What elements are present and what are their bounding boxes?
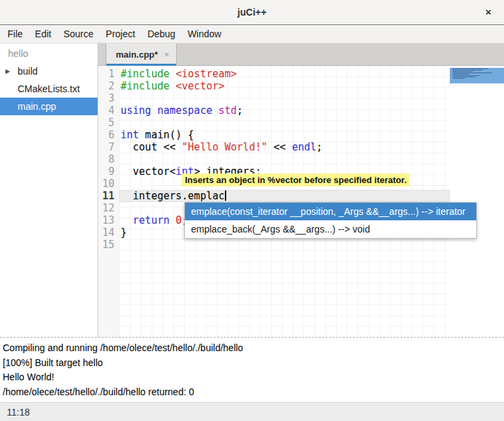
tree-item-label: CMakeLists.txt <box>0 83 80 94</box>
completion-item[interactable]: emplace_back(_Args &&__args...) --> void <box>185 220 476 238</box>
code-line-text[interactable]: #include <vector> <box>119 80 450 92</box>
completion-popup: emplace(const_iterator __position, _Args… <box>184 202 477 239</box>
code-line-text[interactable]: #include <iostream> <box>119 68 450 80</box>
line-number: 5 <box>98 117 119 129</box>
completion-item[interactable]: emplace(const_iterator __position, _Args… <box>185 203 476 220</box>
text-cursor <box>225 191 226 201</box>
doc-tooltip: Inserts an object in %vector before spec… <box>182 174 410 186</box>
output-line: Hello World! <box>3 370 504 385</box>
build-output-panel: Compiling and running /home/olece/test/h… <box>0 337 504 402</box>
menu-item-window[interactable]: Window <box>182 25 228 43</box>
menu-item-file[interactable]: File <box>1 25 29 43</box>
code-line[interactable]: 4using namespace std; <box>98 104 450 117</box>
menu-item-project[interactable]: Project <box>100 25 142 43</box>
minimap-code-preview <box>453 68 488 69</box>
minimap[interactable] <box>450 66 504 337</box>
code-editor[interactable]: 1#include <iostream>2#include <vector>34… <box>98 66 504 337</box>
line-number: 14 <box>98 226 119 239</box>
tree-item-build[interactable]: ▶build <box>0 62 98 80</box>
code-line-text[interactable]: using namespace std; <box>119 104 450 117</box>
line-number: 9 <box>98 165 119 178</box>
line-number: 12 <box>98 202 119 214</box>
line-number: 7 <box>98 141 119 153</box>
menu-item-source[interactable]: Source <box>58 25 100 43</box>
minimap-viewport[interactable] <box>450 68 504 83</box>
statusbar: 11:18 <box>0 402 504 421</box>
code-line[interactable]: 2#include <vector> <box>98 80 450 92</box>
code-line[interactable]: 8 <box>98 153 450 165</box>
line-number: 8 <box>98 153 119 165</box>
line-number: 15 <box>98 239 119 251</box>
code-line[interactable]: 5 <box>98 117 450 129</box>
code-line-text[interactable]: integers.emplac <box>119 190 450 202</box>
tabbar: main.cpp* × <box>98 43 504 66</box>
menu-item-debug[interactable]: Debug <box>142 25 182 43</box>
tab-close-icon[interactable]: × <box>164 49 169 60</box>
tab-label: main.cpp* <box>116 49 158 60</box>
tree-item-label: main.cpp <box>0 101 56 112</box>
output-line: Compiling and running /home/olece/test/h… <box>3 341 504 356</box>
line-number: 11 <box>98 190 119 202</box>
code-line[interactable]: 1#include <iostream> <box>98 68 450 80</box>
editor-column: main.cpp* × 1#include <iostream>2#includ… <box>98 43 504 337</box>
status-time: 11:18 <box>7 407 30 418</box>
code-line[interactable]: 6int main() { <box>98 129 450 141</box>
code-line[interactable]: 7 cout << "Hello World!" << endl; <box>98 141 450 153</box>
tree-item-main-cpp[interactable]: main.cpp <box>0 98 98 115</box>
titlebar: juCi++ × <box>0 0 504 25</box>
line-number: 1 <box>98 68 119 80</box>
code-line[interactable]: 11 integers.emplac <box>98 190 450 202</box>
code-line[interactable]: 3 <box>98 92 450 104</box>
code-line-text[interactable] <box>119 239 450 251</box>
app-window: juCi++ × FileEditSourceProjectDebugWindo… <box>0 0 504 421</box>
window-close-icon[interactable]: × <box>482 6 495 18</box>
project-name: hello <box>0 43 98 62</box>
code-line-text[interactable] <box>119 92 450 104</box>
line-number: 10 <box>98 178 119 190</box>
file-tree: ▶buildCMakeLists.txtmain.cpp <box>0 62 98 115</box>
menu-item-edit[interactable]: Edit <box>29 25 58 43</box>
line-number: 4 <box>98 104 119 117</box>
line-number: 6 <box>98 129 119 141</box>
code-line-text[interactable]: cout << "Hello World!" << endl; <box>119 141 450 153</box>
expander-icon[interactable]: ▶ <box>5 68 10 75</box>
code-line-text[interactable] <box>119 117 450 129</box>
line-number: 2 <box>98 80 119 92</box>
menubar: FileEditSourceProjectDebugWindow <box>0 25 504 43</box>
code-line-text[interactable] <box>119 153 450 165</box>
window-title: juCi++ <box>238 7 267 18</box>
code-line[interactable]: 15 <box>98 239 450 251</box>
file-tree-sidebar: hello ▶buildCMakeLists.txtmain.cpp <box>0 43 98 337</box>
output-line: /home/olece/test/hello/./build/hello ret… <box>3 385 504 400</box>
line-number: 13 <box>98 214 119 226</box>
tree-item-cmakelists-txt[interactable]: CMakeLists.txt <box>0 80 98 98</box>
line-number: 3 <box>98 92 119 104</box>
code-line-text[interactable]: int main() { <box>119 129 450 141</box>
tab-main-cpp[interactable]: main.cpp* × <box>106 43 177 65</box>
output-line: [100%] Built target hello <box>3 356 504 371</box>
main-area: hello ▶buildCMakeLists.txtmain.cpp main.… <box>0 43 504 337</box>
